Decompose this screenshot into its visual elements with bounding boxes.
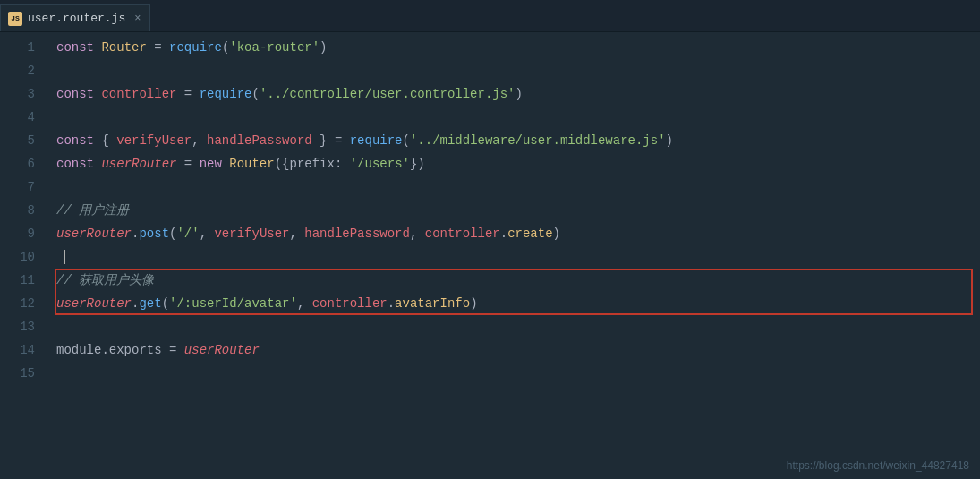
code-line [49,106,980,129]
watermark: https://blog.csdn.net/weixin_44827418 [787,459,969,472]
code-line: module.exports = userRouter [49,338,980,362]
code-line [49,59,980,82]
code-line: // 用户注册 [49,199,980,222]
file-tab[interactable]: JS user.router.js × [0,4,150,31]
editor: 123456789101112131415 const Router = req… [0,32,980,479]
code-line [49,175,980,199]
code-line: const userRouter = new Router({prefix: '… [49,152,980,175]
tab-bar: JS user.router.js × [0,0,980,32]
code-area[interactable]: const Router = require('koa-router') con… [49,32,980,479]
code-line [49,362,980,385]
code-line [49,245,980,269]
line-numbers: 123456789101112131415 [0,32,49,479]
tab-filename: user.router.js [28,12,125,25]
code-line: userRouter.get('/:userId/avatar', contro… [49,292,980,315]
file-type-icon: JS [8,12,22,26]
code-line: const { verifyUser, handlePassword } = r… [49,129,980,152]
code-line [49,315,980,338]
code-line: // 获取用户头像 [49,269,980,292]
code-line: const controller = require('../controlle… [49,82,980,106]
tab-close-button[interactable]: × [134,13,141,25]
code-line: userRouter.post('/', verifyUser, handleP… [49,222,980,245]
code-line: const Router = require('koa-router') [49,36,980,59]
